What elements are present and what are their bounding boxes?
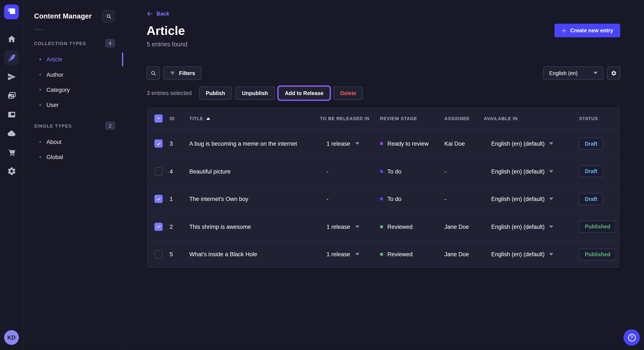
releases-paper-plane-icon[interactable] <box>4 69 19 84</box>
sidebar-item-global[interactable]: Global <box>24 149 122 164</box>
cell-available-in[interactable]: English (en) (default) <box>484 140 579 147</box>
release-value: 1 release <box>326 140 350 147</box>
create-new-entry-label: Create new entry <box>570 27 613 34</box>
sort-ascending-icon <box>206 117 210 120</box>
sidebar-item-category[interactable]: Category <box>24 82 122 97</box>
filters-label: Filters <box>179 70 195 76</box>
cell-review-stage: Reviewed <box>380 251 444 258</box>
unpublish-button[interactable]: Unpublish <box>235 87 274 100</box>
table-row[interactable]: 3 A bug is becoming a meme on the intern… <box>146 130 620 157</box>
cell-id: 5 <box>170 251 189 258</box>
cell-available-in[interactable]: English (en) (default) <box>484 196 579 202</box>
sidebar-item-author[interactable]: Author <box>24 67 122 82</box>
column-header-stage[interactable]: REVIEW STAGE <box>380 116 444 121</box>
help-button[interactable]: ? <box>624 329 640 346</box>
cell-assignee: Jane Doe <box>444 251 484 258</box>
status-badge: Draft <box>579 193 603 205</box>
rail-divider <box>0 23 23 24</box>
row-checkbox[interactable] <box>154 223 163 231</box>
cell-review-stage: To do <box>380 196 444 202</box>
stage-label: Reviewed <box>388 223 413 230</box>
question-mark-icon: ? <box>628 334 636 342</box>
cell-available-in[interactable]: English (en) (default) <box>484 168 579 175</box>
deploy-cloud-icon[interactable] <box>4 126 19 141</box>
content-manager-feather-icon[interactable] <box>4 50 19 65</box>
cell-release[interactable]: - <box>320 168 380 175</box>
sidebar-title: Content Manager <box>34 12 92 20</box>
cell-release[interactable]: 1 release <box>320 223 380 230</box>
stage-label: To do <box>388 168 402 175</box>
cell-title: The internet's Own boy <box>189 196 320 202</box>
user-avatar[interactable]: KD <box>4 330 19 345</box>
filters-button[interactable]: Filters <box>164 66 201 80</box>
column-header-available[interactable]: AVAILABLE IN <box>484 116 579 121</box>
table-search-button[interactable] <box>146 66 160 80</box>
cell-available-in[interactable]: English (en) (default) <box>484 251 579 258</box>
sidebar-item-user[interactable]: User <box>24 97 122 112</box>
locale-value: English (en) (default) <box>491 251 545 258</box>
list-toolbar: Filters English (en) <box>146 66 620 80</box>
sidebar-item-label: Global <box>46 154 63 160</box>
sidebar-item-article[interactable]: Article <box>24 52 122 67</box>
bullet-icon <box>40 74 41 75</box>
row-checkbox[interactable] <box>154 140 163 148</box>
table-row[interactable]: 2 This shrimp is awesome 1 release Revie… <box>146 213 620 240</box>
sidebar-search-button[interactable] <box>102 10 115 22</box>
settings-gear-icon[interactable] <box>4 164 19 178</box>
column-header-id[interactable]: ID <box>170 116 189 121</box>
content-type-builder-layout-icon[interactable] <box>4 107 19 122</box>
column-header-assignee[interactable]: ASSIGNEE <box>444 116 484 121</box>
chevron-down-icon <box>549 198 553 200</box>
cell-available-in[interactable]: English (en) (default) <box>484 223 579 230</box>
main-nav-rail: KD <box>0 0 24 350</box>
bulk-actions-bar: 3 entries selected Publish Unpublish Add… <box>146 87 620 100</box>
sidebar-item-about[interactable]: About <box>24 134 122 149</box>
single-types-label: SINGLE TYPES <box>34 123 72 128</box>
row-checkbox[interactable] <box>154 250 163 259</box>
collection-types-label: COLLECTION TYPES <box>34 41 86 46</box>
bullet-icon <box>40 156 41 158</box>
table-row[interactable]: 5 What's inside a Black Hole 1 release R… <box>146 240 620 268</box>
strapi-logo[interactable] <box>4 4 19 19</box>
select-all-checkbox[interactable] <box>154 114 163 123</box>
avatar-initials: KD <box>7 334 16 341</box>
row-checkbox[interactable] <box>154 195 163 203</box>
back-link[interactable]: Back <box>146 11 169 17</box>
row-checkbox[interactable] <box>154 167 163 175</box>
single-types-count-badge: 2 <box>105 121 115 130</box>
release-value: - <box>326 168 328 175</box>
cell-id: 1 <box>170 196 189 202</box>
chevron-down-icon <box>549 225 553 228</box>
publish-button[interactable]: Publish <box>199 87 232 100</box>
table-row[interactable]: 1 The internet's Own boy - To do - Engli… <box>146 185 620 213</box>
column-header-status[interactable]: STATUS <box>579 116 620 121</box>
column-header-title-label: TITLE <box>189 116 203 121</box>
media-library-images-icon[interactable] <box>4 88 19 103</box>
locale-select[interactable]: English (en) <box>543 66 603 80</box>
sidebar-item-label: Author <box>46 71 64 78</box>
add-to-release-button[interactable]: Add to Release <box>278 87 330 100</box>
gear-icon <box>610 70 617 76</box>
chevron-down-icon <box>355 143 359 145</box>
table-header-row: ID TITLE TO BE RELEASED IN REVIEW STAGE … <box>146 107 620 130</box>
entries-count-subtitle: 5 entries found <box>146 41 620 48</box>
create-new-entry-button[interactable]: Create new entry <box>554 24 620 37</box>
column-header-title[interactable]: TITLE <box>189 116 320 121</box>
column-header-release[interactable]: TO BE RELEASED IN <box>320 116 380 121</box>
delete-button[interactable]: Delete <box>334 87 363 100</box>
view-settings-button[interactable] <box>607 66 620 80</box>
plus-icon <box>562 28 566 33</box>
sidebar-item-label: About <box>46 138 62 145</box>
table-row[interactable]: 4 Beautiful picture - To do - English (e… <box>146 157 620 185</box>
collection-types-count-badge: 4 <box>105 39 115 47</box>
cell-release[interactable]: 1 release <box>320 140 380 147</box>
marketplace-cart-icon[interactable] <box>4 145 19 160</box>
back-label: Back <box>156 11 169 17</box>
chevron-down-icon <box>594 72 598 74</box>
cell-release[interactable]: 1 release <box>320 251 380 258</box>
content-manager-sidebar: Content Manager COLLECTION TYPES 4 Artic… <box>24 0 123 350</box>
home-icon[interactable] <box>4 31 19 46</box>
cell-release[interactable]: - <box>320 196 380 202</box>
cell-id: 4 <box>170 168 189 175</box>
locale-value: English (en) (default) <box>491 140 545 147</box>
